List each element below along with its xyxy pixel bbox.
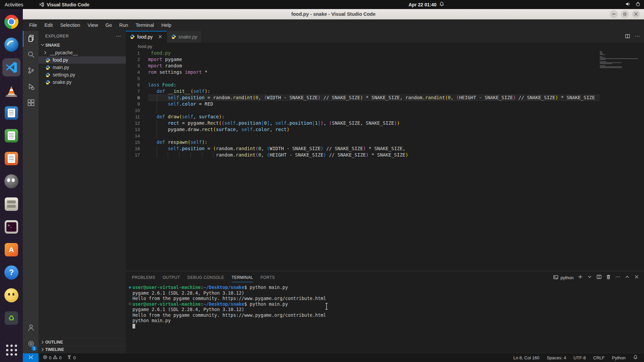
tab-snake-py[interactable]: snake.py <box>167 31 202 43</box>
kill-terminal-icon[interactable] <box>606 274 611 281</box>
notifications-bell[interactable] <box>630 353 641 362</box>
menu-edit[interactable]: Edit <box>41 21 56 29</box>
dock-item-files[interactable] <box>2 195 20 213</box>
new-terminal-icon[interactable] <box>578 274 583 281</box>
dock-item-ubuntu-software[interactable]: A <box>2 241 20 259</box>
menu-go[interactable]: Go <box>102 21 115 29</box>
file-tree-item-snake-py[interactable]: snake.py <box>39 78 126 86</box>
project-root-snake[interactable]: SNAKE <box>39 42 126 49</box>
code-line[interactable]: import pygame <box>148 56 600 63</box>
code-line[interactable]: rect = pygame.Rect((self.position[0], se… <box>148 120 600 126</box>
panel-tab-problems[interactable]: PROBLEMS <box>132 271 155 284</box>
code-line[interactable]: def draw(self, surface): <box>148 114 600 120</box>
close-button[interactable] <box>632 10 640 18</box>
menu-help[interactable]: Help <box>158 21 175 29</box>
code-line[interactable] <box>148 75 600 82</box>
editor-more-actions-icon[interactable] <box>635 34 640 40</box>
activities-button[interactable]: Activities <box>0 0 28 9</box>
code-line[interactable]: self.color = RED <box>148 101 600 107</box>
dock-item-recycle-app[interactable]: ♻ <box>2 309 20 327</box>
menu-run[interactable]: Run <box>116 21 132 29</box>
dock-item-libreoffice-impress[interactable] <box>2 149 20 168</box>
indent-guide <box>191 152 191 158</box>
activitybar-run-debug[interactable] <box>23 79 39 95</box>
close-tab-icon[interactable] <box>158 34 163 39</box>
problems-status[interactable]: 0 0 <box>41 355 63 361</box>
status-cursor-position[interactable]: Ln 8, Col 160 <box>511 353 542 362</box>
maximize-panel-icon[interactable] <box>625 274 630 281</box>
panel-tab-debug-console[interactable]: DEBUG CONSOLE <box>187 271 224 284</box>
code-line[interactable]: import random <box>148 63 600 69</box>
warning-icon <box>53 355 58 361</box>
code-line[interactable]: random.randint(0, (HEIGHT - SNAKE_SIZE) … <box>148 152 600 158</box>
dock-item-thunderbird[interactable] <box>2 36 20 54</box>
code-line[interactable]: pygame.draw.rect(surface, self.color, re… <box>148 126 600 133</box>
restore-button[interactable] <box>621 10 629 18</box>
dock-item-gimp[interactable] <box>2 172 20 190</box>
activitybar-settings[interactable]: 1 <box>23 336 39 352</box>
menu-file[interactable]: File <box>25 21 41 29</box>
dock-item-vlc[interactable] <box>2 81 20 99</box>
terminal-output[interactable]: user@user-virtual-machine:~/Desktop/snak… <box>126 285 644 353</box>
minimap[interactable] <box>600 51 641 68</box>
activitybar-extensions[interactable] <box>23 95 39 111</box>
dock-item-vscode[interactable] <box>2 58 20 76</box>
code-line[interactable]: self.position = random.randint(0, (WIDTH… <box>148 95 600 101</box>
activitybar-search[interactable] <box>23 47 39 63</box>
sidebar-section-timeline[interactable]: TIMELINE <box>39 346 126 353</box>
line-number: 9 <box>126 101 148 107</box>
close-panel-icon[interactable] <box>634 274 639 281</box>
tab-food-py[interactable]: food.py <box>126 31 167 43</box>
minimize-button[interactable] <box>610 10 618 18</box>
breadcrumb[interactable]: food.py <box>126 43 644 50</box>
status-indentation[interactable]: Spaces: 4 <box>544 353 569 362</box>
code-line[interactable]: # food.py <box>148 50 600 56</box>
activitybar-explorer[interactable] <box>23 31 39 47</box>
terminal-profile[interactable]: python <box>553 275 574 281</box>
file-tree-item-settings-py[interactable]: settings.py <box>39 71 126 78</box>
panel-tab-terminal[interactable]: TERMINAL <box>232 271 253 284</box>
menu-terminal[interactable]: Terminal <box>132 21 158 29</box>
code-line[interactable] <box>148 107 600 114</box>
code-line[interactable]: def respawn(self): <box>148 139 600 145</box>
status-encoding[interactable]: UTF-8 <box>571 353 589 362</box>
window-titlebar[interactable]: food.py - snake - Visual Studio Code <box>23 9 644 19</box>
sidebar-section-outline[interactable]: OUTLINE <box>39 338 126 346</box>
status-eol[interactable]: CRLF <box>591 353 607 362</box>
dock-item-terminal-app[interactable]: >_ <box>2 218 20 236</box>
code-line[interactable]: class Food: <box>148 82 600 88</box>
panel-tab-ports[interactable]: PORTS <box>260 271 275 284</box>
show-applications-button[interactable] <box>2 341 20 359</box>
code-editor[interactable]: 1234567891011121314151617 # food.pyimpor… <box>126 50 644 271</box>
code-line[interactable]: def __init__(self): <box>148 88 600 95</box>
power-icon <box>635 1 641 8</box>
system-tray[interactable] <box>625 0 641 9</box>
file-tree-item-main-py[interactable]: main.py <box>39 64 126 71</box>
activitybar-source-control[interactable] <box>23 63 39 79</box>
dock-item-help[interactable]: ? <box>2 263 20 282</box>
activitybar-account[interactable] <box>23 320 39 336</box>
menu-selection[interactable]: Selection <box>56 21 84 29</box>
file-tree-item-__pycache__[interactable]: __pycache__ <box>39 49 126 56</box>
dock-item-yellow-app[interactable] <box>2 286 20 304</box>
panel-more-actions-icon[interactable] <box>615 274 621 281</box>
ports-status[interactable]: 0 <box>65 355 77 361</box>
terminal-gutter <box>127 290 132 296</box>
panel-tab-output[interactable]: OUTPUT <box>163 271 180 284</box>
clock[interactable]: Apr 22 01:40 <box>409 0 444 9</box>
code-line[interactable]: self.position = (random.randint(0, (WIDT… <box>148 145 600 152</box>
dock-item-libreoffice-writer[interactable] <box>2 104 20 122</box>
split-editor-icon[interactable] <box>625 34 630 40</box>
status-language-mode[interactable]: Python <box>609 353 628 362</box>
dock-item-chrome[interactable] <box>2 13 20 31</box>
dock-item-libreoffice-calc[interactable] <box>2 127 20 145</box>
focused-app-indicator[interactable]: Visual Studio Code <box>39 2 89 7</box>
remote-indicator[interactable] <box>23 353 39 362</box>
code-line[interactable]: from settings import * <box>148 69 600 75</box>
split-terminal-icon[interactable] <box>596 274 602 281</box>
code-line[interactable] <box>148 133 600 139</box>
menu-view[interactable]: View <box>84 21 102 29</box>
explorer-more-actions-icon[interactable] <box>116 34 121 39</box>
terminal-dropdown-chevron-icon[interactable] <box>587 274 592 281</box>
file-tree-item-food-py[interactable]: food.py <box>39 56 126 64</box>
